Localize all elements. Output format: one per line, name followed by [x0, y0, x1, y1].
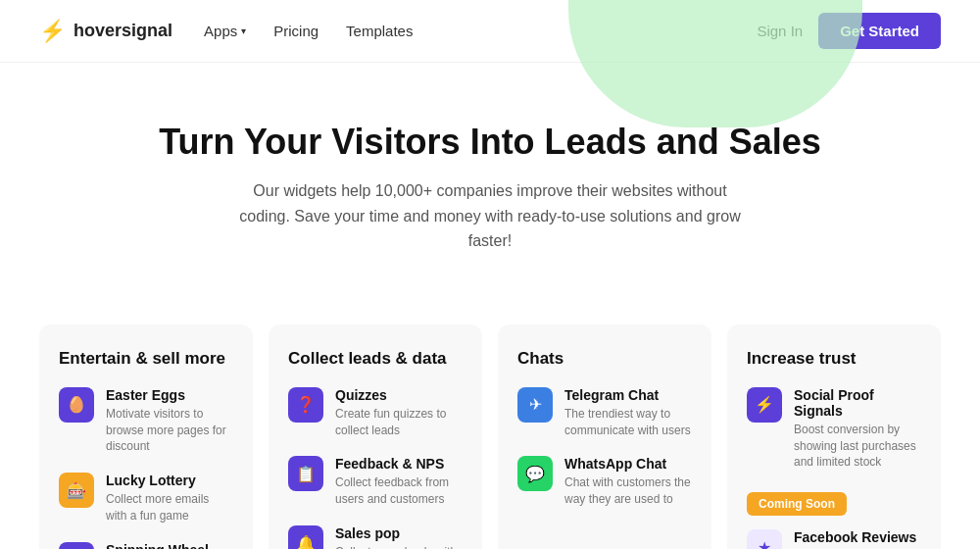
quizzes-desc: Create fun quizzes to collect leads [335, 406, 463, 439]
quizzes-name: Quizzes [335, 387, 463, 403]
social-proof-icon: ⚡ [747, 387, 782, 423]
cards-section: Entertain & sell more 🥚 Easter Eggs Moti… [0, 293, 980, 549]
hero-section: Turn Your Visitors Into Leads and Sales … [0, 63, 980, 293]
facebook-reviews-name: Facebook Reviews [794, 529, 921, 545]
sales-pop-desc: Collect more leads with interactive noti… [335, 544, 463, 549]
social-proof-desc: Boost conversion by showing last purchas… [794, 422, 921, 471]
nav-left: ⚡ hoversignal Apps ▾ Pricing Templates [39, 19, 413, 44]
coming-soon-badge-trust: Coming Soon [747, 492, 847, 516]
feedback-nps-icon: 📋 [288, 456, 323, 491]
list-item: ★ Facebook Reviews Display your Facebook… [747, 529, 921, 549]
list-item: 🥚 Easter Eggs Motivate visitors to brows… [59, 387, 233, 455]
navbar: ⚡ hoversignal Apps ▾ Pricing Templates S… [0, 0, 980, 63]
sales-pop-icon: 🔔 [288, 525, 323, 549]
nav-pricing[interactable]: Pricing [273, 23, 318, 39]
chevron-down-icon: ▾ [241, 25, 246, 36]
hero-subtitle: Our widgets help 10,000+ companies impro… [235, 178, 745, 254]
logo-icon: ⚡ [39, 19, 66, 44]
list-item: ✈ Telegram Chat The trendiest way to com… [517, 387, 692, 439]
list-item: 🎰 Lucky Lottery Collect more emails with… [59, 473, 233, 524]
easter-eggs-icon: 🥚 [59, 387, 94, 423]
spinning-wheel-name: Spinning Wheel [106, 542, 233, 549]
list-item: 🔔 Sales pop Collect more leads with inte… [288, 525, 463, 549]
nav-templates[interactable]: Templates [346, 23, 413, 39]
whatsapp-name: WhatsApp Chat [564, 456, 692, 472]
card-chats: Chats ✈ Telegram Chat The trendiest way … [498, 324, 711, 549]
feedback-nps-desc: Collect feedback from users and customer… [335, 474, 463, 508]
quizzes-icon: ❓ [288, 387, 323, 423]
card-trust-title: Increase trust [747, 348, 921, 370]
list-item: 📋 Feedback & NPS Collect feedback from u… [288, 456, 463, 508]
list-item: 💬 WhatsApp Chat Chat with customers the … [517, 456, 692, 508]
feedback-nps-name: Feedback & NPS [335, 456, 463, 472]
list-item: ❓ Quizzes Create fun quizzes to collect … [288, 387, 463, 439]
lucky-lottery-name: Lucky Lottery [106, 473, 233, 488]
card-chats-title: Chats [517, 348, 692, 370]
easter-eggs-desc: Motivate visitors to browse more pages f… [106, 406, 233, 455]
hero-title: Turn Your Visitors Into Leads and Sales [39, 122, 941, 163]
telegram-icon: ✈ [517, 387, 553, 423]
card-collect: Collect leads & data ❓ Quizzes Create fu… [269, 324, 482, 549]
nav-apps[interactable]: Apps ▾ [204, 23, 246, 39]
list-item: ⚡ Social Proof Signals Boost conversion … [747, 387, 921, 471]
logo[interactable]: ⚡ hoversignal [39, 19, 172, 44]
telegram-desc: The trendiest way to communicate with us… [564, 406, 692, 439]
card-entertain: Entertain & sell more 🥚 Easter Eggs Moti… [39, 324, 253, 549]
easter-eggs-name: Easter Eggs [106, 387, 233, 403]
card-entertain-title: Entertain & sell more [59, 348, 233, 370]
whatsapp-desc: Chat with customers the way they are use… [564, 474, 692, 508]
nav-links: Apps ▾ Pricing Templates [204, 23, 413, 39]
brand-name: hoversignal [74, 21, 172, 41]
card-collect-title: Collect leads & data [288, 348, 463, 370]
spinning-wheel-icon: 🎡 [59, 542, 94, 549]
lucky-lottery-desc: Collect more emails with a fun game [106, 491, 233, 524]
facebook-reviews-icon: ★ [747, 529, 782, 549]
card-trust: Increase trust ⚡ Social Proof Signals Bo… [727, 324, 941, 549]
whatsapp-icon: 💬 [517, 456, 553, 491]
telegram-name: Telegram Chat [564, 387, 692, 403]
list-item: 🎡 Spinning Wheel Collect more emails wit… [59, 542, 233, 549]
social-proof-name: Social Proof Signals [794, 387, 921, 419]
sales-pop-name: Sales pop [335, 525, 463, 541]
lucky-lottery-icon: 🎰 [59, 473, 94, 508]
